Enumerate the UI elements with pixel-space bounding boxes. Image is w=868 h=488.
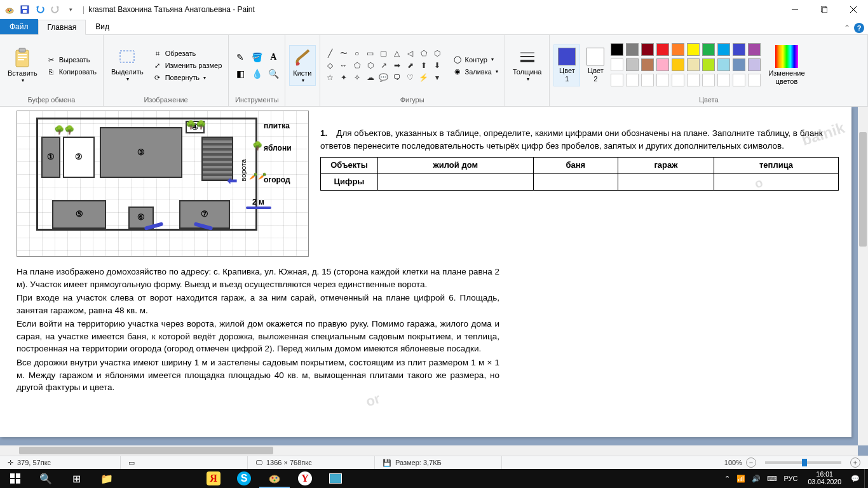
palette-swatch[interactable]: [611, 74, 623, 86]
palette-swatch[interactable]: [641, 43, 654, 56]
palette-swatch[interactable]: [656, 43, 669, 56]
group-tools-label: Инструменты: [233, 95, 281, 105]
select-label: Выделить: [111, 68, 144, 76]
palette-swatch[interactable]: [748, 58, 761, 71]
zoom-out-button[interactable]: −: [746, 458, 756, 468]
text-tool[interactable]: A: [266, 50, 281, 65]
select-button[interactable]: Выделить ▾: [107, 46, 147, 85]
svg-rect-13: [19, 48, 25, 52]
close-button[interactable]: [839, 0, 868, 19]
palette-swatch[interactable]: [656, 58, 669, 71]
qat-more-icon[interactable]: ▾: [64, 3, 78, 17]
color2-button[interactable]: Цвет 2: [583, 45, 608, 86]
palette-swatch[interactable]: [687, 74, 700, 86]
app-icon[interactable]: [3, 3, 17, 17]
palette-swatch[interactable]: [733, 58, 745, 71]
palette-swatch[interactable]: [626, 43, 639, 56]
copy-button[interactable]: ⎘Копировать: [44, 67, 99, 77]
yandex-browser-icon[interactable]: Y: [290, 469, 320, 488]
canvas-area[interactable]: ① ② ③ ④ ⑤ ⑥ ⑦ ⬅ ворота плитка яблони ого…: [0, 107, 868, 456]
cut-button[interactable]: ✂Вырезать: [44, 55, 99, 65]
palette-swatch[interactable]: [611, 43, 623, 56]
tab-view[interactable]: Вид: [86, 19, 119, 34]
save-icon[interactable]: [18, 3, 32, 17]
wifi-icon[interactable]: 📶: [736, 475, 745, 483]
shapes-gallery[interactable]: ╱〜○▭▢△◁⬠⬡ ◇↔⬠⬡↗➡⬈⬆⬇ ☆✦✧☁💬🗨♡⚡▾: [324, 48, 444, 83]
size-button[interactable]: Толщина ▾: [509, 46, 546, 85]
keyboard-icon[interactable]: ⌨: [767, 475, 777, 483]
monitor-app-icon[interactable]: [320, 469, 351, 488]
palette-swatch[interactable]: [641, 74, 654, 86]
paint-taskbar-icon[interactable]: [259, 469, 290, 488]
objects-table: Объекты жилой дом баня гараж теплица Циф…: [320, 157, 839, 191]
crop-button[interactable]: ⌗Обрезать: [150, 48, 225, 59]
palette-swatch[interactable]: [733, 43, 745, 56]
taskview-button[interactable]: ⊞: [61, 469, 92, 488]
zoom-slider[interactable]: [765, 461, 841, 464]
palette-swatch[interactable]: [748, 43, 761, 56]
yandex-app-icon[interactable]: Я: [198, 469, 229, 488]
svg-rect-24: [16, 479, 20, 484]
help-icon[interactable]: ?: [854, 23, 864, 33]
palette-swatch[interactable]: [702, 58, 715, 71]
explorer-button[interactable]: 📁: [92, 469, 122, 488]
sound-icon[interactable]: 🔊: [752, 475, 761, 483]
palette-swatch[interactable]: [733, 74, 745, 86]
edit-colors-button[interactable]: Изменение цветов: [764, 43, 808, 88]
redo-icon[interactable]: [48, 3, 62, 17]
rotate-button[interactable]: ⟳Повернуть▾: [150, 72, 225, 83]
fill-tool[interactable]: 🪣: [249, 50, 264, 65]
skype-icon[interactable]: S: [229, 469, 259, 488]
minimize-button[interactable]: [780, 0, 810, 19]
palette-swatch[interactable]: [717, 43, 730, 56]
palette-swatch[interactable]: [611, 58, 623, 71]
color-palette[interactable]: [611, 43, 762, 88]
paste-button[interactable]: Вставить ▾: [4, 45, 41, 86]
horizontal-scrollbar[interactable]: [0, 445, 858, 456]
palette-swatch[interactable]: [672, 74, 684, 86]
clock-date: 03.04.2020: [808, 478, 841, 486]
tab-home[interactable]: Главная: [38, 20, 86, 35]
shape-fill-button[interactable]: ◉Заливка▾: [450, 66, 501, 77]
palette-swatch[interactable]: [687, 58, 700, 71]
maximize-button[interactable]: [810, 0, 839, 19]
palette-swatch[interactable]: [626, 74, 639, 86]
tab-file[interactable]: Файл: [0, 19, 38, 34]
canvas-size: 1366 × 768пкс: [266, 459, 312, 466]
palette-swatch[interactable]: [672, 58, 684, 71]
vertical-scrollbar[interactable]: [858, 107, 868, 445]
palette-swatch[interactable]: [702, 43, 715, 56]
canvas-page[interactable]: ① ② ③ ④ ⑤ ⑥ ⑦ ⬅ ворота плитка яблони ого…: [0, 107, 851, 437]
eraser-tool[interactable]: ◧: [233, 66, 248, 81]
collapse-ribbon-icon[interactable]: ⌃: [844, 24, 850, 32]
palette-swatch[interactable]: [748, 74, 761, 86]
color1-button[interactable]: Цвет 1: [553, 44, 580, 86]
palette-swatch[interactable]: [717, 58, 730, 71]
picker-tool[interactable]: 💧: [249, 66, 264, 81]
search-button[interactable]: 🔍: [31, 469, 61, 488]
palette-swatch[interactable]: [626, 58, 639, 71]
magnifier-tool[interactable]: 🔍: [266, 66, 281, 81]
file-size: Размер: 3,7КБ: [395, 459, 442, 466]
start-button[interactable]: [0, 469, 31, 488]
palette-swatch[interactable]: [717, 74, 730, 86]
clock[interactable]: 16:01 03.04.2020: [803, 471, 846, 485]
language-indicator[interactable]: РУС: [783, 475, 797, 482]
resize-button[interactable]: ⤢Изменить размер: [150, 60, 225, 71]
zoom-in-button[interactable]: +: [850, 458, 860, 468]
palette-swatch[interactable]: [687, 43, 700, 56]
paste-label: Вставить: [8, 69, 37, 78]
shape-outline-button[interactable]: ◯Контур▾: [450, 54, 501, 65]
palette-swatch[interactable]: [702, 74, 715, 86]
tray-chevron-icon[interactable]: ⌃: [724, 475, 730, 483]
svg-point-27: [276, 477, 278, 479]
pencil-tool[interactable]: ✎: [233, 50, 248, 65]
undo-icon[interactable]: [33, 3, 47, 17]
palette-swatch[interactable]: [656, 74, 669, 86]
palette-swatch[interactable]: [672, 43, 684, 56]
show-desktop-button[interactable]: [864, 469, 868, 488]
brushes-button[interactable]: Кисти ▾: [289, 45, 315, 86]
svg-point-28: [274, 480, 276, 482]
palette-swatch[interactable]: [641, 58, 654, 71]
notifications-icon[interactable]: 💬: [846, 469, 864, 488]
